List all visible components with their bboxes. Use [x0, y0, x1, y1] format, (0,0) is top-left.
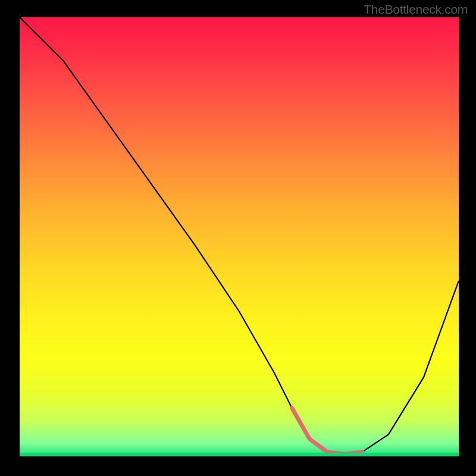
chart-container: TheBottleneck.com	[0, 0, 476, 476]
curve-layer	[20, 17, 459, 456]
watermark-label: TheBottleneck.com	[364, 2, 468, 17]
plot-area	[20, 17, 459, 456]
bottleneck-curve	[20, 17, 459, 454]
optimal-range-underline	[292, 408, 362, 455]
baseline-band	[20, 453, 459, 456]
